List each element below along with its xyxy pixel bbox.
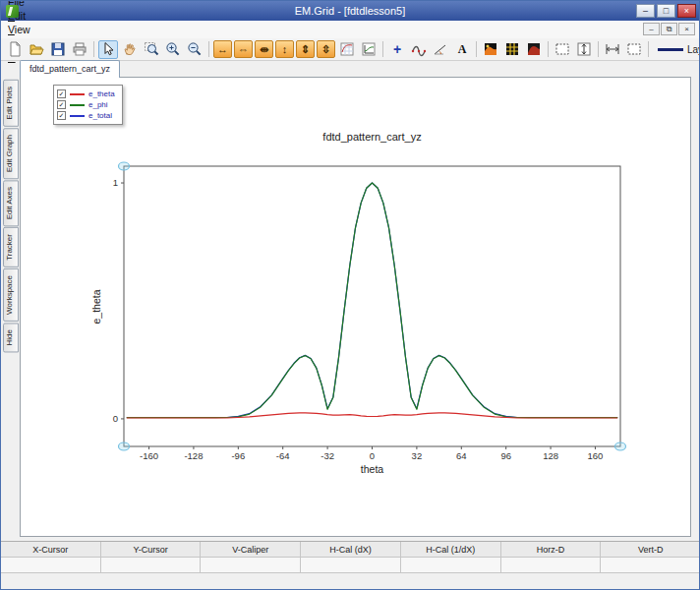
- x-tick-label: 160: [588, 450, 604, 461]
- x-tick-label: -64: [276, 450, 290, 461]
- shrink-x-button[interactable]: ⇔: [234, 40, 253, 58]
- legend-line-sample: [70, 104, 85, 106]
- sidebar-tab-edit-axes[interactable]: Edit Axes: [3, 180, 19, 226]
- print-button[interactable]: [70, 40, 89, 59]
- expand-y-button[interactable]: ↕: [275, 40, 294, 58]
- status-col-header: V-Caliper: [201, 542, 301, 558]
- plot-canvas: -160-128-96-64-32032649612816001fdtd_pat…: [20, 77, 691, 537]
- x-tick-label: 64: [456, 450, 467, 461]
- shrink-y-button[interactable]: ⇕: [296, 40, 315, 58]
- toolbar-separator: [548, 41, 549, 57]
- region-dashed-icon: [554, 41, 570, 57]
- status-col-header: Horz-D: [501, 542, 602, 558]
- fit-y-button[interactable]: ⇳: [317, 40, 335, 58]
- status-col-header: Y-Cursor: [101, 542, 202, 558]
- toolbar-separator: [208, 41, 209, 57]
- child-minimize-button[interactable]: –: [643, 23, 660, 35]
- vertical-caliper-button[interactable]: [574, 40, 594, 59]
- print-icon: [72, 41, 88, 57]
- pan-hand-icon: [122, 41, 138, 57]
- sidebar-tab-workspace[interactable]: Workspace: [3, 268, 19, 322]
- add-marker-button[interactable]: +: [387, 40, 407, 59]
- legend-item: ✓e_theta: [57, 88, 115, 99]
- chart: -160-128-96-64-32032649612816001fdtd_pat…: [21, 78, 690, 536]
- mdi-child-controls: –⧉×: [642, 23, 695, 35]
- layout-dropdown[interactable]: Layout ▾: [658, 44, 700, 55]
- minimize-button[interactable]: –: [636, 4, 655, 18]
- fit-x-button[interactable]: ⇹: [255, 40, 273, 58]
- series-e_phi[interactable]: [127, 183, 617, 418]
- legend-checkbox[interactable]: ✓: [57, 100, 66, 109]
- new-file-icon: [7, 41, 23, 57]
- legend-line-sample: [70, 115, 85, 117]
- menubar: FileEditViewWindowsHelp –⧉×: [1, 21, 699, 39]
- text-label-button[interactable]: A: [452, 40, 472, 59]
- status-header-row: X-CursorY-CursorV-CaliperH-Cal (dX)H-Cal…: [1, 542, 700, 558]
- axis-endpoint-handle[interactable]: [119, 442, 130, 450]
- close-button[interactable]: ×: [677, 4, 696, 18]
- tabstrip: fdtd_pattern_cart_yz: [20, 60, 689, 77]
- open-file-button[interactable]: [27, 40, 46, 59]
- x-axis-label: theta: [361, 463, 384, 475]
- menu-view[interactable]: View: [1, 23, 57, 36]
- axes-settings-button[interactable]: [359, 40, 379, 59]
- toolbar: ↔⇔⇹↕⇕⇳+A Layout ▾: [1, 38, 699, 61]
- pan-hand-button[interactable]: [120, 40, 140, 59]
- toolbar-separator: [476, 41, 477, 57]
- tab-fdtd-pattern-cart-yz[interactable]: fdtd_pattern_cart_yz: [20, 60, 120, 78]
- toolbar-separator: [648, 41, 649, 57]
- legend-label: e_phi: [88, 100, 108, 109]
- sidebar-tab-edit-graph[interactable]: Edit Graph: [3, 128, 19, 179]
- vrange-box-icon: [576, 41, 592, 57]
- slope-icon-icon: [433, 41, 448, 57]
- zoom-in-button[interactable]: [163, 40, 183, 59]
- zoom-region-button[interactable]: [624, 40, 644, 59]
- contour-plot-button[interactable]: [524, 40, 544, 59]
- new-file-button[interactable]: [5, 40, 25, 59]
- status-col-value: [101, 558, 202, 573]
- sidebar-tab-tracker[interactable]: Tracker: [3, 227, 19, 267]
- x-tick-label: 0: [370, 450, 375, 461]
- intensity-plot-button[interactable]: [481, 40, 500, 59]
- titlebar[interactable]: EM.Grid - [fdtdlesson5] – □ ×: [1, 1, 699, 21]
- save-file-button[interactable]: [48, 40, 68, 59]
- legend-checkbox[interactable]: ✓: [57, 89, 66, 98]
- slope-tool-button[interactable]: [431, 40, 450, 59]
- select-region-button[interactable]: [553, 40, 572, 59]
- horizontal-caliper-button[interactable]: [603, 40, 622, 59]
- legend-item: ✓e_phi: [57, 99, 115, 110]
- graph-settings-button[interactable]: [337, 40, 357, 59]
- cmap3-icon: [526, 41, 542, 57]
- x-tick-label: 32: [412, 450, 423, 461]
- zoom-out-button[interactable]: [185, 40, 204, 59]
- axis-endpoint-handle[interactable]: [615, 442, 626, 450]
- curve-fit-icon: [411, 41, 427, 57]
- status-col-value: [501, 558, 602, 573]
- plot-grid2-icon: [361, 41, 377, 57]
- zoom-window-button[interactable]: [142, 40, 161, 59]
- sidebar-tab-edit-plots[interactable]: Edit Plots: [3, 80, 19, 127]
- legend-checkbox[interactable]: ✓: [57, 111, 66, 120]
- axis-endpoint-handle[interactable]: [119, 162, 130, 170]
- x-tick-label: -32: [321, 450, 334, 461]
- grid-plot-button[interactable]: [502, 40, 522, 59]
- app-window: EM.Grid - [fdtdlesson5] – □ × FileEditVi…: [0, 0, 700, 590]
- region-dashed-icon: [626, 41, 642, 57]
- toolbar-separator: [93, 41, 94, 57]
- series-e_total[interactable]: [127, 183, 617, 418]
- x-tick-label: 128: [543, 450, 558, 461]
- status-col-header: H-Cal (1/dX): [401, 542, 501, 558]
- maximize-button[interactable]: □: [657, 4, 675, 18]
- child-restore-button[interactable]: ⧉: [661, 23, 677, 35]
- status-col-value: [401, 558, 501, 573]
- sidebar-tab-hide[interactable]: Hide: [3, 323, 19, 352]
- cmap2-icon: [504, 41, 520, 57]
- cmap1-icon: [483, 41, 498, 57]
- status-col-header: Vert-D: [601, 542, 700, 558]
- select-cursor-button[interactable]: [98, 40, 118, 59]
- expand-x-button[interactable]: ↔: [213, 40, 232, 58]
- curve-tools-button[interactable]: [409, 40, 429, 59]
- x-tick-label: 96: [500, 450, 511, 461]
- child-close-button[interactable]: ×: [678, 23, 695, 35]
- status-col-value: [601, 558, 700, 573]
